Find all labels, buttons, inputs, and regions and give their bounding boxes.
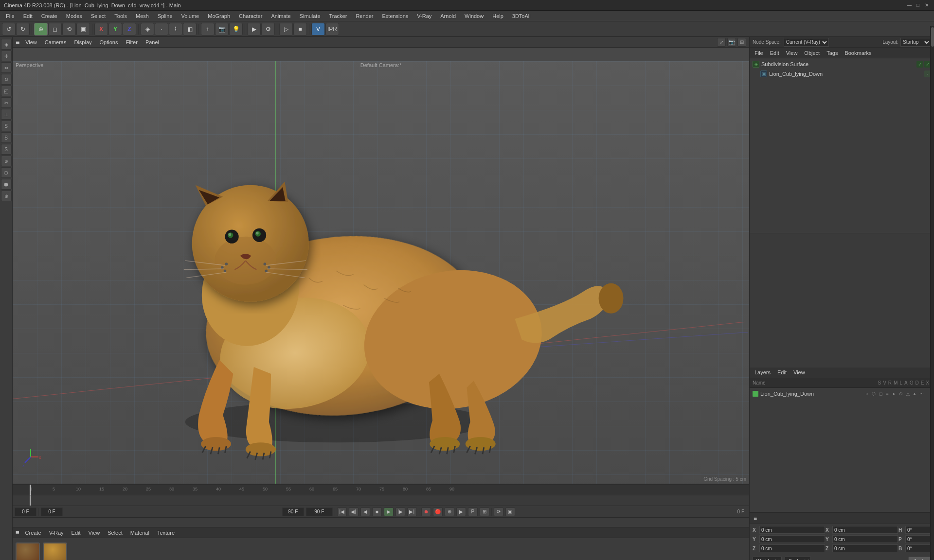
toolbar-poly-mode[interactable]: ◧ bbox=[183, 23, 197, 35]
menu-animate[interactable]: Animate bbox=[267, 12, 294, 20]
lm-icon-m[interactable]: ≡ bbox=[884, 391, 890, 396]
menu-create[interactable]: Create bbox=[37, 12, 61, 20]
viewport-icon-grid[interactable]: ⊞ bbox=[737, 38, 746, 47]
layout-select[interactable]: Startup Standard bbox=[900, 38, 931, 47]
menu-extensions[interactable]: Extensions bbox=[378, 12, 412, 20]
toolbar-render-settings[interactable]: ⚙ bbox=[261, 23, 275, 35]
toolbar-move[interactable]: ⊕ bbox=[34, 23, 48, 35]
toolbar-x-axis[interactable]: X bbox=[94, 23, 108, 35]
transport-play-back[interactable]: ◀ bbox=[360, 508, 370, 516]
toolbar-z-axis[interactable]: Z bbox=[123, 23, 136, 35]
viewport-canvas[interactable]: Perspective Default Camera:* bbox=[13, 61, 749, 484]
scrollbar-thumb[interactable] bbox=[931, 27, 934, 47]
menu-tracker[interactable]: Tracker bbox=[325, 12, 351, 20]
coord-z-input[interactable] bbox=[759, 544, 825, 552]
tool-polygon[interactable]: ⬢ bbox=[1, 179, 12, 190]
toolbar-obj-mode[interactable]: ◈ bbox=[141, 23, 154, 35]
current-frame-input[interactable] bbox=[15, 508, 36, 516]
menu-spline[interactable]: Spline bbox=[154, 12, 177, 20]
toolbar-render[interactable]: ▶ bbox=[247, 23, 261, 35]
mat-menu-view[interactable]: View bbox=[87, 529, 102, 537]
mat-menu-edit[interactable]: Edit bbox=[70, 529, 83, 537]
menu-window[interactable]: Window bbox=[461, 12, 487, 20]
menu-help[interactable]: Help bbox=[488, 12, 507, 20]
lm-edit[interactable]: Edit bbox=[775, 368, 789, 376]
coord-y-input[interactable] bbox=[759, 535, 825, 543]
toolbar-vray-btn[interactable]: V bbox=[311, 23, 325, 35]
tool-s3[interactable]: S bbox=[1, 144, 12, 155]
tool-paint[interactable]: ⬡ bbox=[1, 167, 12, 178]
toolbar-edge-mode[interactable]: ⌇ bbox=[169, 23, 182, 35]
viewport-menu-view[interactable]: View bbox=[23, 38, 39, 46]
timeline-track[interactable] bbox=[13, 495, 749, 506]
tool-weld[interactable]: S bbox=[1, 121, 12, 131]
om-edit[interactable]: Edit bbox=[768, 49, 781, 57]
transport-play-fwd[interactable]: ▶ bbox=[384, 508, 394, 516]
mat-menu-vray[interactable]: V-Ray bbox=[47, 529, 66, 537]
menu-simulate[interactable]: Simulate bbox=[296, 12, 324, 20]
end-frame-input[interactable] bbox=[306, 508, 333, 516]
viewport-menu-cameras[interactable]: Cameras bbox=[43, 38, 69, 46]
close-button[interactable]: ✕ bbox=[923, 2, 930, 9]
lm-item-lioncub[interactable]: Lion_Cub_lying_Down ○ ⬡ ◻ ≡ ▸ ⊙ △ ▲ ⋯ bbox=[751, 389, 933, 399]
viewport-menu-display[interactable]: Display bbox=[72, 38, 93, 46]
swatch-eyes[interactable]: Eyes_m... bbox=[16, 542, 40, 560]
coord-space-select[interactable]: World Object Screen bbox=[753, 557, 782, 560]
lm-icon-r[interactable]: ◻ bbox=[878, 391, 883, 396]
tool-snap[interactable]: ⊕ bbox=[1, 191, 12, 201]
om-item-lioncub[interactable]: ▣ Lion_Cub_lying_Down · bbox=[751, 69, 933, 79]
timeline-ruler[interactable]: 0 5 10 15 20 25 30 35 40 45 50 55 60 65 … bbox=[13, 485, 749, 495]
transport-extra2[interactable]: ▣ bbox=[505, 508, 515, 516]
viewport-menu-filter[interactable]: Filter bbox=[124, 38, 139, 46]
om-check-1[interactable]: ✓ bbox=[916, 61, 923, 68]
mat-menu-select[interactable]: Select bbox=[106, 529, 125, 537]
lm-icon-d[interactable]: ▲ bbox=[912, 391, 917, 396]
menu-character[interactable]: Character bbox=[235, 12, 266, 20]
tool-bridge[interactable]: ⊥ bbox=[1, 109, 12, 120]
om-bookmarks[interactable]: Bookmarks bbox=[843, 49, 873, 57]
transport-jump-start[interactable]: |◀ bbox=[337, 508, 347, 516]
menu-arnold[interactable]: Arnold bbox=[436, 12, 460, 20]
toolbar-light[interactable]: 💡 bbox=[229, 23, 243, 35]
menu-modes[interactable]: Modes bbox=[62, 12, 86, 20]
toolbar-rotate[interactable]: ⟲ bbox=[62, 23, 76, 35]
viewport-icon-camera[interactable]: 📷 bbox=[727, 38, 736, 47]
tool-scale[interactable]: ⇔ bbox=[1, 62, 12, 73]
om-object[interactable]: Object bbox=[802, 49, 822, 57]
menu-render[interactable]: Render bbox=[352, 12, 377, 20]
menu-select[interactable]: Select bbox=[87, 12, 110, 20]
toolbar-scale[interactable]: ◻ bbox=[48, 23, 62, 35]
transport-grid[interactable]: ⊞ bbox=[480, 508, 489, 516]
toolbar-redo[interactable]: ↻ bbox=[16, 23, 30, 35]
coord-x-scale-input[interactable] bbox=[832, 526, 898, 534]
maximize-button[interactable]: □ bbox=[915, 2, 921, 9]
tool-object-select[interactable]: ◈ bbox=[1, 39, 12, 50]
coord-x-input[interactable] bbox=[759, 526, 825, 534]
toolbar-ipr[interactable]: IPR bbox=[325, 23, 339, 35]
tool-rotate[interactable]: ↻ bbox=[1, 74, 12, 85]
lm-layers[interactable]: Layers bbox=[753, 368, 772, 376]
apply-button[interactable]: Apply bbox=[908, 557, 931, 560]
toolbar-y-axis[interactable]: Y bbox=[108, 23, 122, 35]
lm-icon-v[interactable]: ⬡ bbox=[871, 391, 877, 396]
viewport-menu-panel[interactable]: Panel bbox=[144, 38, 161, 46]
end-frame-input-left[interactable] bbox=[282, 508, 304, 516]
transport-record[interactable]: ⏺ bbox=[421, 508, 431, 516]
menu-3dtoall[interactable]: 3DToAll bbox=[508, 12, 535, 20]
mat-menu-texture[interactable]: Texture bbox=[155, 529, 177, 537]
node-space-select[interactable]: Current (V-Ray) Standard bbox=[784, 38, 829, 47]
viewport-menu-icon[interactable]: ≡ bbox=[16, 38, 19, 46]
swatch-lion[interactable]: Lion_ma... bbox=[43, 542, 67, 560]
toolbar-select-rect[interactable]: ▣ bbox=[76, 23, 90, 35]
tool-s2[interactable]: S bbox=[1, 132, 12, 143]
toolbar-new-obj[interactable]: + bbox=[201, 23, 215, 35]
menu-tools[interactable]: Tools bbox=[110, 12, 131, 20]
transport-extra1[interactable]: ⟳ bbox=[494, 508, 503, 516]
om-view[interactable]: View bbox=[784, 49, 800, 57]
tool-move[interactable]: ✛ bbox=[1, 51, 12, 61]
coord-y-scale-input[interactable] bbox=[832, 535, 898, 543]
tool-extrude[interactable]: ◰ bbox=[1, 86, 12, 96]
transport-jump-end[interactable]: ▶| bbox=[407, 508, 417, 516]
right-scrollbar[interactable] bbox=[930, 26, 934, 560]
om-file[interactable]: File bbox=[753, 49, 765, 57]
